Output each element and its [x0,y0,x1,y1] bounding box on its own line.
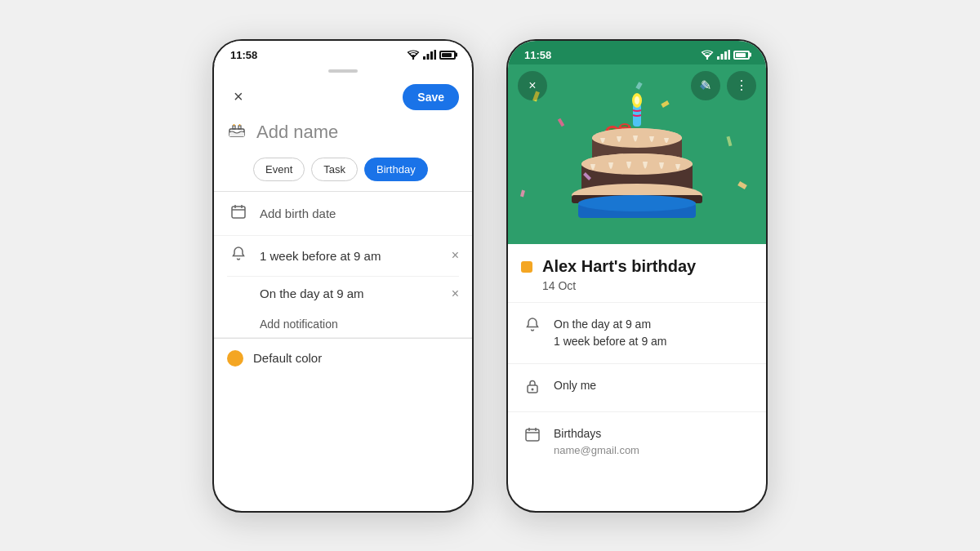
svg-rect-38 [526,429,539,441]
more-button[interactable]: ⋮ [727,71,756,100]
color-row[interactable]: Default color [214,339,472,378]
detail-row-privacy: Only me [508,367,766,408]
header-overlay-btns: × ✎ ⋮ [508,71,766,100]
status-icons-phone2 [701,50,750,60]
bell-svg-1 [230,246,247,262]
svg-rect-11 [232,207,245,218]
detail-divider-3 [508,411,766,412]
svg-rect-3 [430,51,433,60]
bell-icon-1 [227,246,250,266]
tab-task[interactable]: Task [311,158,358,181]
color-swatch [227,350,243,367]
drag-handle-wrapper [214,64,472,73]
title-row: Add name [214,117,472,154]
notif-text-2: On the day at 9 am [260,287,364,300]
calendar-email: name@gmail.com [554,442,639,459]
privacy-text: Only me [554,377,596,394]
calendar-name: Birthdays [554,425,639,442]
wifi-icon [407,50,420,60]
notif-line-1: On the day at 9 am [554,316,667,333]
svg-rect-18 [724,51,727,60]
cake-svg [568,89,706,232]
cake-icon-small [227,120,247,140]
notif-close-2[interactable]: × [452,287,459,301]
detail-divider-2 [508,363,766,364]
calendar-lines: Birthdays name@gmail.com [554,425,639,459]
cake-illustration [568,89,706,235]
status-icons-phone1 [407,50,456,60]
detail-row-calendar: Birthdays name@gmail.com [508,415,766,469]
detail-close-button[interactable]: × [518,71,547,100]
status-time-phone1: 11:58 [230,49,257,61]
top-bar: × Save [214,76,472,117]
svg-rect-17 [721,54,724,60]
add-notification[interactable]: Add notification [227,311,459,337]
birthday-header: × ✎ ⋮ [508,64,766,244]
svg-point-0 [412,58,414,60]
notif-row-2: On the day at 9 am × [227,276,459,311]
svg-point-15 [706,58,708,60]
notification-lines: On the day at 9 am 1 week before at 9 am [554,316,667,350]
calendar-svg [230,203,247,220]
tab-birthday[interactable]: Birthday [364,158,428,181]
svg-rect-4 [434,50,437,60]
svg-rect-1 [423,56,425,60]
notif-line-2: 1 week before at 9 am [554,333,667,350]
notif-text-1: 1 week before at 9 am [260,249,381,263]
svg-rect-2 [427,54,430,60]
calendar-svg-detail [524,426,541,442]
notif-left-1: 1 week before at 9 am [227,246,381,266]
event-date: 14 Oct [529,279,766,299]
notif-row-1: 1 week before at 9 am × [227,236,459,276]
close-button[interactable]: × [227,84,250,109]
phone2-container: 11:58 [506,39,768,513]
event-title: Alex Hart's birthday [542,257,696,276]
drag-handle[interactable] [328,69,358,73]
battery-icon-2 [733,51,750,60]
wifi-icon-2 [701,50,714,60]
bell-icon-detail [521,317,544,337]
edit-button[interactable]: ✎ [691,71,720,100]
battery-icon [439,51,456,60]
calendar-icon [227,203,250,224]
svg-point-35 [578,195,696,211]
event-color-dot [521,261,532,273]
title-placeholder[interactable]: Add name [256,122,338,143]
birth-date-label: Add birth date [260,207,459,220]
lock-svg [524,378,541,394]
detail-row-notification: On the day at 9 am 1 week before at 9 am [508,306,766,360]
signal-icon-2 [717,50,730,60]
svg-point-37 [532,388,534,390]
type-tabs: Event Task Birthday [214,154,472,191]
phone1-container: 11:58 × Save [212,39,474,513]
save-button[interactable]: Save [403,84,459,110]
birth-date-row[interactable]: Add birth date [214,192,472,236]
signal-icon [423,50,436,60]
calendar-icon-detail [521,426,544,447]
event-title-row: Alex Hart's birthday [508,244,766,279]
detail-content: Alex Hart's birthday 14 Oct On the day a… [508,244,766,469]
birthday-icon [227,120,247,144]
svg-rect-16 [717,56,719,60]
status-bar-phone1: 11:58 [214,41,472,64]
notif-left-2: On the day at 9 am [227,287,364,300]
detail-divider-1 [508,302,766,303]
svg-rect-19 [728,50,731,60]
tab-event[interactable]: Event [253,158,305,181]
bell-svg-detail [524,317,541,333]
status-bar-phone2: 11:58 [508,41,766,64]
header-right-btns: ✎ ⋮ [691,71,756,100]
notification-section: 1 week before at 9 am × On the day at 9 … [214,236,472,338]
status-time-phone2: 11:58 [524,49,551,61]
color-label: Default color [253,351,322,365]
notif-close-1[interactable]: × [452,248,459,263]
lock-icon-detail [521,378,544,398]
